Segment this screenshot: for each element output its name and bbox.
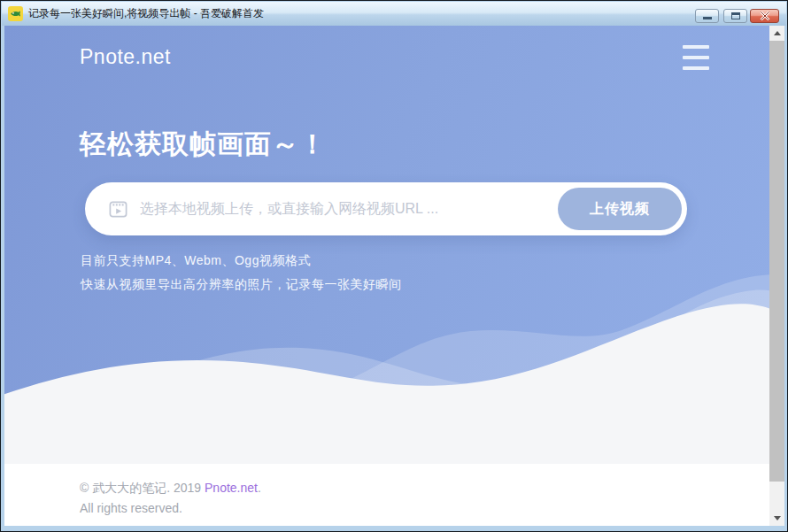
scroll-down-button[interactable]	[769, 511, 784, 526]
maximize-button[interactable]	[723, 9, 747, 23]
copyright-line: © 武大大的笔记. 2019 Pnote.net.	[80, 478, 769, 498]
minimize-icon	[703, 17, 712, 19]
webpage: Pnote.net 轻松获取帧画面～！ 上传视频	[4, 26, 769, 526]
video-url-input[interactable]	[140, 201, 549, 217]
site-footer: © 武大大的笔记. 2019 Pnote.net. All rights res…	[4, 464, 769, 526]
site-logo[interactable]: Pnote.net	[80, 45, 171, 69]
copyright-text: © 武大大的笔记. 2019	[80, 481, 205, 495]
copyright-suffix: .	[258, 481, 261, 495]
app-window: 记录每一张美好瞬间,将视频导出帧 - 吾爱破解首发 Pnote.net 轻松获取…	[0, 0, 788, 532]
hamburger-icon	[683, 56, 709, 59]
window-title: 记录每一张美好瞬间,将视频导出帧 - 吾爱破解首发	[28, 6, 264, 21]
upload-video-button[interactable]: 上传视频	[558, 188, 682, 230]
menu-button[interactable]	[683, 45, 709, 70]
title-bar[interactable]: 记录每一张美好瞬间,将视频导出帧 - 吾爱破解首发	[2, 2, 786, 26]
rights-text: All rights reserved.	[80, 498, 769, 519]
footer-link[interactable]: Pnote.net	[205, 481, 258, 495]
scroll-up-icon	[774, 31, 781, 35]
scroll-up-button[interactable]	[769, 26, 784, 41]
site-header: Pnote.net	[4, 26, 769, 110]
close-button[interactable]	[750, 9, 779, 23]
maximize-icon	[731, 12, 740, 19]
minimize-button[interactable]	[695, 9, 719, 23]
client-area: Pnote.net 轻松获取帧画面～！ 上传视频	[4, 26, 784, 526]
hamburger-icon	[683, 45, 709, 49]
wave-decoration	[4, 258, 769, 464]
close-icon	[760, 12, 770, 20]
scrollbar-thumb[interactable]	[769, 41, 784, 482]
upload-bar: 上传视频	[85, 182, 687, 235]
film-icon	[108, 199, 128, 220]
hamburger-icon	[683, 66, 709, 70]
scroll-down-icon	[774, 516, 781, 520]
fish-logo-icon[interactable]	[8, 6, 23, 21]
vertical-scrollbar[interactable]	[769, 26, 784, 526]
hero-heading: 轻松获取帧画面～！	[80, 127, 327, 163]
